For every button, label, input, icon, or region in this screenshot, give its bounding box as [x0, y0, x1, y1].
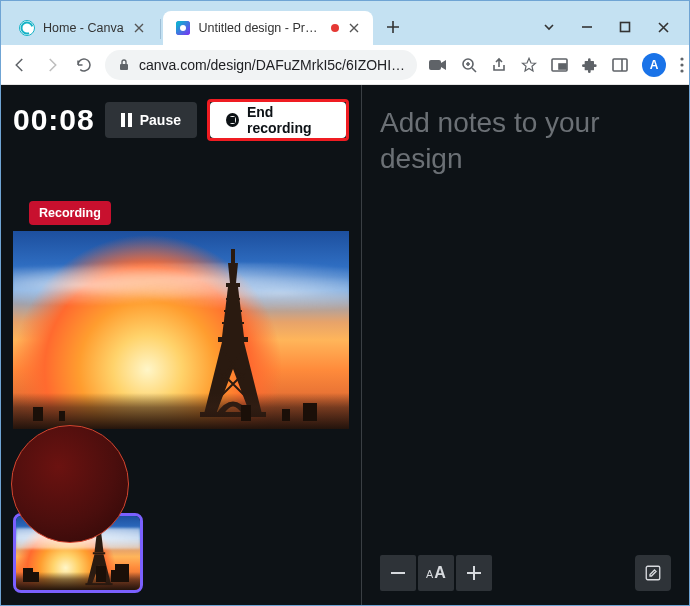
stop-icon — [226, 113, 239, 127]
camera-icon[interactable] — [429, 58, 447, 72]
canva-doc-favicon-icon — [175, 20, 191, 36]
toolbar-actions: A — [429, 53, 684, 77]
address-bar[interactable]: canva.com/design/DAFuZMrkI5c/6IZOHI… — [105, 50, 417, 80]
end-recording-button[interactable]: End recording — [210, 102, 346, 138]
zoom-icon[interactable] — [461, 57, 477, 73]
tab-divider — [160, 19, 161, 39]
notes-placeholder[interactable]: Add notes to your design — [380, 105, 671, 178]
tab-title: Home - Canva — [43, 21, 124, 35]
slide-preview[interactable] — [13, 231, 349, 429]
bookmark-star-icon[interactable] — [521, 57, 537, 73]
text-size-group: AA — [380, 555, 492, 591]
minus-icon — [391, 572, 405, 574]
url-text: canva.com/design/DAFuZMrkI5c/6IZOHI… — [139, 57, 405, 73]
sidepanel-icon[interactable] — [612, 58, 628, 72]
close-icon[interactable] — [132, 21, 146, 35]
window-close-icon[interactable] — [655, 19, 671, 35]
notes-bottom-tools: AA — [380, 555, 671, 591]
kebab-menu-icon[interactable] — [680, 57, 684, 73]
recorder-topbar: 00:08 Pause End recording — [13, 99, 349, 141]
minimize-icon[interactable] — [579, 19, 595, 35]
camera-preview-circle[interactable] — [11, 425, 129, 543]
notes-pane: Add notes to your design AA — [361, 85, 689, 605]
canva-recorder-app: 00:08 Pause End recording — [1, 85, 689, 605]
end-recording-highlight: End recording — [207, 99, 349, 141]
skyline-silhouette — [13, 393, 349, 429]
recording-timer: 00:08 — [13, 103, 95, 137]
canva-favicon-icon — [19, 20, 35, 36]
thumb-skyline — [16, 572, 140, 590]
pause-button[interactable]: Pause — [105, 102, 197, 138]
recording-badge: Recording — [29, 201, 111, 225]
window-titlebar: Home - Canva Untitled design - Prese — [1, 1, 689, 45]
font-size-icon: AA — [426, 564, 446, 582]
maximize-icon[interactable] — [617, 19, 633, 35]
browser-toolbar: canva.com/design/DAFuZMrkI5c/6IZOHI… A — [1, 45, 689, 85]
svg-rect-6 — [120, 64, 128, 70]
pip-icon[interactable] — [551, 58, 568, 72]
tab-title: Untitled design - Prese — [199, 21, 323, 35]
svg-rect-7 — [429, 60, 441, 70]
new-tab-button[interactable] — [379, 13, 407, 41]
text-size-indicator[interactable]: AA — [418, 555, 454, 591]
pause-icon — [121, 113, 132, 127]
edit-notes-button[interactable] — [635, 555, 671, 591]
svg-point-12 — [680, 57, 683, 60]
close-icon[interactable] — [347, 21, 361, 35]
end-recording-label: End recording — [247, 104, 330, 136]
increase-text-button[interactable] — [456, 555, 492, 591]
reload-button[interactable] — [75, 56, 93, 74]
tab-untitled-design[interactable]: Untitled design - Prese — [163, 11, 373, 45]
nav-arrows — [11, 56, 93, 74]
forward-button[interactable] — [43, 56, 61, 74]
pause-label: Pause — [140, 112, 181, 128]
back-button[interactable] — [11, 56, 29, 74]
svg-point-14 — [680, 69, 683, 72]
svg-rect-5 — [621, 23, 630, 32]
avatar-initial: A — [650, 58, 659, 72]
profile-avatar[interactable]: A — [642, 53, 666, 77]
slide-preview-area — [13, 231, 349, 429]
svg-point-13 — [680, 63, 683, 66]
window-controls — [525, 19, 689, 45]
recording-indicator-icon — [331, 24, 339, 32]
decrease-text-button[interactable] — [380, 555, 416, 591]
extensions-icon[interactable] — [582, 57, 598, 73]
recorder-pane: 00:08 Pause End recording — [1, 85, 361, 605]
svg-rect-10 — [559, 64, 566, 69]
svg-point-4 — [180, 25, 186, 31]
share-icon[interactable] — [491, 57, 507, 73]
svg-rect-11 — [613, 59, 627, 71]
chevron-down-icon[interactable] — [541, 19, 557, 35]
lock-icon — [117, 58, 131, 72]
tab-home-canva[interactable]: Home - Canva — [7, 11, 158, 45]
tabs-strip: Home - Canva Untitled design - Prese — [1, 1, 525, 45]
pencil-icon — [644, 564, 662, 582]
svg-rect-29 — [646, 566, 660, 580]
